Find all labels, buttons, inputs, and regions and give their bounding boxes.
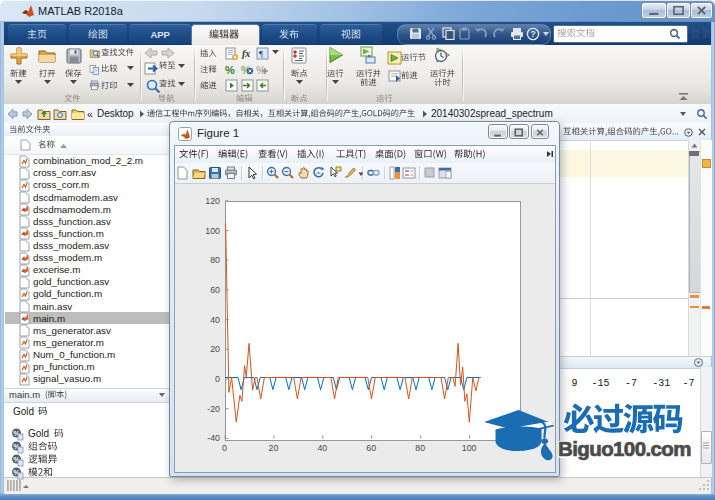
- svg-text:?: ?: [530, 29, 536, 39]
- svg-text:%: %: [225, 64, 235, 76]
- svg-text:¶: ¶: [259, 49, 263, 59]
- svg-text:fx: fx: [242, 48, 250, 59]
